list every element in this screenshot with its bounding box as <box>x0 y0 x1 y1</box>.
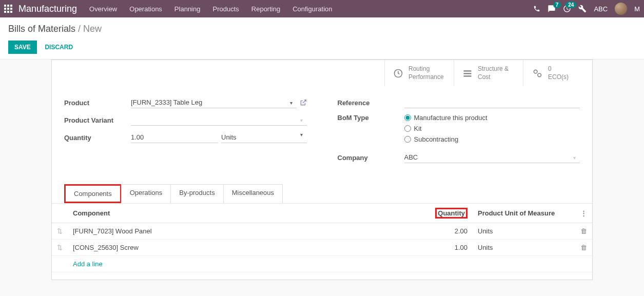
label-quantity: Quantity <box>64 134 131 142</box>
user-initial: M <box>634 5 640 13</box>
reference-field[interactable] <box>404 97 580 108</box>
stat-eco[interactable]: 0 ECO(s) <box>523 60 592 86</box>
label-bom-type: BoM Type <box>338 114 404 122</box>
phone-icon[interactable] <box>533 5 540 12</box>
nav-reporting[interactable]: Reporting <box>251 5 280 13</box>
trash-icon[interactable]: 🗑 <box>580 227 587 235</box>
debug-icon[interactable] <box>578 5 587 13</box>
radio-subcontracting[interactable] <box>404 136 411 143</box>
nav-configuration[interactable]: Configuration <box>292 5 332 13</box>
add-line-link[interactable]: Add a line <box>73 260 103 268</box>
chevron-down-icon[interactable]: ▾ <box>300 132 305 137</box>
nav-overview[interactable]: Overview <box>89 5 117 13</box>
nav-products[interactable]: Products <box>212 5 239 13</box>
quantity-field[interactable] <box>131 132 218 143</box>
tab-misc[interactable]: Miscellaneous <box>223 184 283 203</box>
label-reference: Reference <box>338 99 404 107</box>
radio-manufacture[interactable] <box>404 114 411 121</box>
user-avatar[interactable] <box>615 3 627 15</box>
breadcrumb-current: New <box>83 24 102 34</box>
svg-point-4 <box>534 70 537 73</box>
chat-icon[interactable]: 7 <box>548 5 556 13</box>
svg-rect-2 <box>464 73 472 74</box>
tab-components[interactable]: Components <box>64 184 122 203</box>
table-row[interactable]: ⇅ [CONS_25630] Screw 1.00 Units 🗑 <box>52 240 592 256</box>
uom-field[interactable] <box>221 132 307 143</box>
chat-badge: 7 <box>553 2 561 8</box>
chevron-down-icon[interactable]: ▾ <box>290 100 295 106</box>
th-quantity: Quantity <box>426 204 473 223</box>
nav-operations[interactable]: Operations <box>129 5 162 13</box>
chevron-down-icon[interactable]: ▾ <box>573 155 578 161</box>
apps-grid-icon[interactable] <box>4 5 12 13</box>
kebab-icon[interactable]: ⋮ <box>580 209 587 217</box>
gears-icon <box>532 68 543 78</box>
svg-point-5 <box>538 73 541 77</box>
clock-icon <box>393 68 403 78</box>
label-company: Company <box>338 154 404 162</box>
control-panel: Bills of Materials / New SAVE DISCARD <box>0 17 644 60</box>
app-title: Manufacturing <box>18 4 77 14</box>
trash-icon[interactable]: 🗑 <box>580 244 587 251</box>
label-variant: Product Variant <box>64 116 131 124</box>
nav-right: 7 24 ABC M <box>533 3 640 15</box>
stat-button-row: Routing Performance Structure & Cost 0 <box>52 60 592 86</box>
tab-bar: Components Operations By-products Miscel… <box>52 184 592 203</box>
breadcrumb: Bills of Materials / New <box>8 24 636 34</box>
drag-icon[interactable]: ⇅ <box>57 227 63 235</box>
discard-button[interactable]: DISCARD <box>38 41 79 54</box>
product-field[interactable] <box>131 97 297 108</box>
top-nav: Manufacturing Overview Operations Planni… <box>0 0 644 17</box>
company-switcher[interactable]: ABC <box>594 5 608 13</box>
radio-kit[interactable] <box>404 125 411 132</box>
tab-operations[interactable]: Operations <box>121 184 171 203</box>
label-product: Product <box>64 99 131 107</box>
th-component: Component <box>68 204 426 223</box>
breadcrumb-parent[interactable]: Bills of Materials <box>8 24 75 34</box>
variant-field[interactable] <box>131 114 307 126</box>
nav-menu: Overview Operations Planning Products Re… <box>89 5 533 13</box>
activity-icon[interactable]: 24 <box>563 5 571 13</box>
nav-planning[interactable]: Planning <box>174 5 201 13</box>
activity-badge: 24 <box>565 2 576 8</box>
th-uom: Product Unit of Measure <box>473 204 575 223</box>
save-button[interactable]: SAVE <box>8 41 37 54</box>
stat-structure[interactable]: Structure & Cost <box>454 60 523 86</box>
table-row[interactable]: ⇅ [FURN_7023] Wood Panel 2.00 Units 🗑 <box>52 223 592 240</box>
components-table: Component Quantity Product Unit of Measu… <box>52 203 592 272</box>
svg-rect-1 <box>464 70 472 72</box>
tab-byproducts[interactable]: By-products <box>170 184 223 203</box>
chevron-down-icon[interactable]: ▾ <box>300 117 305 123</box>
company-field[interactable] <box>404 152 580 163</box>
list-icon <box>462 68 473 78</box>
external-link-icon[interactable] <box>300 99 307 106</box>
svg-rect-3 <box>464 75 472 77</box>
form-sheet: Routing Performance Structure & Cost 0 <box>51 60 593 280</box>
stat-routing[interactable]: Routing Performance <box>384 60 454 86</box>
drag-icon[interactable]: ⇅ <box>57 244 63 251</box>
